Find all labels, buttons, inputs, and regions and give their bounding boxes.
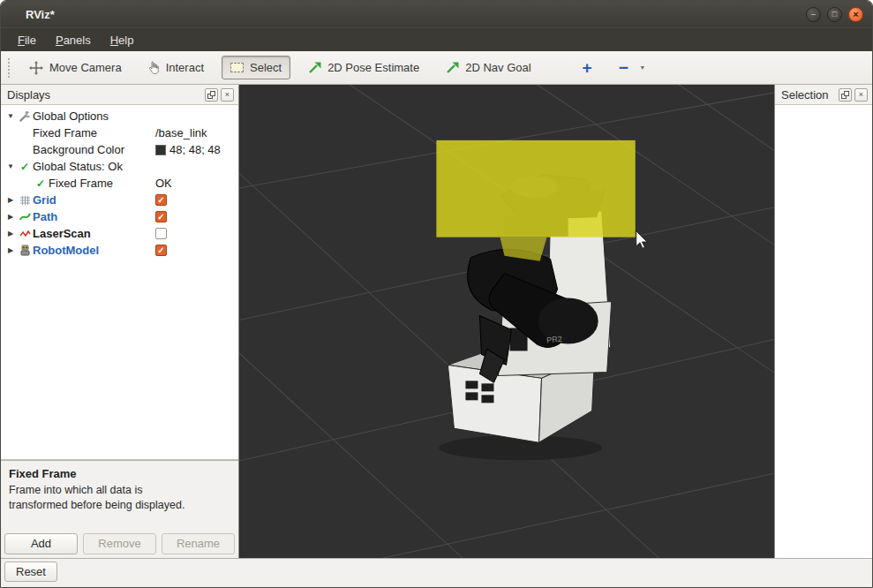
robot-icon xyxy=(17,245,33,256)
close-button[interactable]: × xyxy=(848,7,863,22)
tree-row-grid[interactable]: ▶Grid✓ xyxy=(1,192,238,208)
enabled-checkbox[interactable]: ✓ xyxy=(155,194,167,206)
wrench-icon xyxy=(17,110,33,122)
selection-float-button[interactable] xyxy=(839,88,852,102)
tool-label: Move Camera xyxy=(49,61,122,74)
property-help-box: Fixed Frame Frame into which all data is… xyxy=(1,460,238,529)
tree-label-fixed-frame-status: Fixed Frame xyxy=(49,177,113,190)
tool-2d-pose-estimate[interactable]: 2D Pose Estimate xyxy=(299,56,428,79)
menu-help[interactable]: Help xyxy=(101,30,144,50)
remove-button[interactable]: Remove xyxy=(83,533,156,554)
expander-right-icon[interactable]: ▶ xyxy=(4,246,17,254)
selection-panel: Selection × xyxy=(774,85,872,558)
titlebar[interactable]: RViz* –□× xyxy=(1,1,872,27)
expander-right-icon[interactable]: ▶ xyxy=(4,213,17,221)
float-icon xyxy=(207,91,215,99)
menu-file[interactable]: File xyxy=(8,30,46,50)
green-arrow-icon xyxy=(308,62,321,73)
tree-row-fixed-frame-status[interactable]: ✓Fixed FrameOK xyxy=(1,175,238,192)
tool-2d-nav-goal[interactable]: 2D Nav Goal xyxy=(437,56,539,79)
selection-panel-title: Selection xyxy=(781,88,836,102)
path-icon xyxy=(17,211,33,222)
tool-select[interactable]: Select xyxy=(222,56,290,79)
check-icon: ✓ xyxy=(33,177,49,190)
maximize-button[interactable]: □ xyxy=(827,7,842,22)
enabled-checkbox[interactable]: ✓ xyxy=(155,211,167,222)
tool-label: + xyxy=(583,62,592,74)
tree-row-global-status[interactable]: ▼✓Global Status: Ok xyxy=(1,158,238,175)
add-button[interactable]: Add xyxy=(4,533,78,554)
tree-row-laserscan[interactable]: ▶LaserScan xyxy=(1,225,238,242)
tree-value-grid: ✓ xyxy=(155,194,167,206)
enabled-checkbox[interactable]: ✓ xyxy=(155,245,167,256)
help-title: Fixed Frame xyxy=(9,467,230,480)
tool-move-camera[interactable]: Move Camera xyxy=(20,56,131,80)
tree-label-laserscan: LaserScan xyxy=(33,227,91,240)
menubar: FilePanelsHelp xyxy=(1,27,872,51)
tree-row-global-options[interactable]: ▼Global Options xyxy=(1,108,238,124)
enabled-checkbox[interactable] xyxy=(155,228,167,239)
displays-close-button[interactable]: × xyxy=(221,88,234,102)
color-swatch xyxy=(155,145,166,155)
robot-label: PR2 xyxy=(546,335,562,345)
grid-icon xyxy=(17,194,33,206)
tree-value-fixed-frame[interactable]: /base_link xyxy=(155,126,207,139)
tree-row-path[interactable]: ▶Path✓ xyxy=(1,208,238,225)
interact-icon xyxy=(148,61,160,74)
displays-panel-title: Displays xyxy=(7,88,202,102)
help-body: Frame into which all data is transformed… xyxy=(9,483,190,513)
color-value: 48; 48; 48 xyxy=(169,143,221,156)
window-controls: –□× xyxy=(806,7,863,22)
reset-button[interactable]: Reset xyxy=(4,562,57,582)
tree-label-global-status: Global Status: Ok xyxy=(33,160,123,173)
tree-label-background-color: Background Color xyxy=(33,143,124,156)
displays-tree: ▼Global OptionsFixed Frame/base_linkBack… xyxy=(1,104,238,460)
tree-label-path: Path xyxy=(33,210,57,223)
toolbar: Move CameraInteractSelect2D Pose Estimat… xyxy=(1,51,872,85)
close-icon: × xyxy=(225,90,230,99)
select-icon xyxy=(230,63,244,72)
green-arrow-icon xyxy=(446,62,459,73)
mouse-cursor-icon xyxy=(636,231,647,249)
displays-float-button[interactable] xyxy=(205,88,218,102)
tool-label: 2D Nav Goal xyxy=(465,61,531,74)
tool-interact[interactable]: Interact xyxy=(139,56,213,79)
rviz-window: RViz* –□× FilePanelsHelp Move CameraInte… xyxy=(0,0,873,588)
main-area: Displays × ▼Global OptionsFixed Frame/ba… xyxy=(1,85,872,558)
laserscan-icon xyxy=(17,228,33,239)
tool-add-tool[interactable]: + xyxy=(574,57,601,79)
tree-value-fixed-frame-status[interactable]: OK xyxy=(155,177,172,190)
tree-label-global-options: Global Options xyxy=(33,109,109,123)
window-title: RViz* xyxy=(26,8,806,21)
expander-down-icon[interactable]: ▼ xyxy=(4,162,17,170)
selection-panel-header: Selection × xyxy=(775,85,872,104)
menu-panels[interactable]: Panels xyxy=(46,30,101,50)
tree-label-fixed-frame: Fixed Frame xyxy=(33,126,97,139)
tool-remove-tool[interactable]: −▾ xyxy=(610,57,653,79)
render-scene: PR2 xyxy=(239,85,774,558)
tree-value-path: ✓ xyxy=(155,211,167,222)
tree-value-robotmodel: ✓ xyxy=(155,245,167,256)
expander-right-icon[interactable]: ▶ xyxy=(4,230,17,237)
tree-row-background-color[interactable]: Background Color48; 48; 48 xyxy=(1,141,238,158)
expander-down-icon[interactable]: ▼ xyxy=(4,112,17,120)
minimize-button[interactable]: – xyxy=(806,7,821,22)
displays-panel-header: Displays × xyxy=(1,85,238,104)
toolbar-grip-icon[interactable] xyxy=(8,58,13,78)
expander-right-icon[interactable]: ▶ xyxy=(4,196,17,204)
move-camera-icon xyxy=(29,61,43,75)
rename-button[interactable]: Rename xyxy=(162,533,235,554)
render-view[interactable]: PR2 xyxy=(239,85,774,558)
tree-value-background-color[interactable]: 48; 48; 48 xyxy=(155,143,221,156)
selection-close-button[interactable]: × xyxy=(854,88,868,102)
tree-row-robotmodel[interactable]: ▶RobotModel✓ xyxy=(1,242,238,259)
tool-label: Select xyxy=(250,61,282,74)
tree-value-laserscan xyxy=(155,228,167,239)
tree-row-fixed-frame[interactable]: Fixed Frame/base_link xyxy=(1,124,238,141)
selection-rectangle xyxy=(436,140,635,237)
float-icon xyxy=(841,91,849,99)
chevron-down-icon[interactable]: ▾ xyxy=(641,64,644,72)
statusbar: Reset xyxy=(1,558,872,587)
tree-label-robotmodel: RobotModel xyxy=(33,244,99,257)
tool-label: Interact xyxy=(166,61,204,74)
